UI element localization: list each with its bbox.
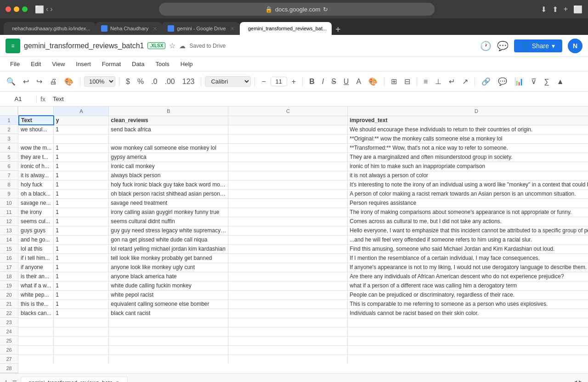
cell-E23[interactable] bbox=[348, 318, 588, 327]
cell-D15[interactable] bbox=[228, 244, 348, 253]
row-num-24[interactable]: 24 bbox=[0, 327, 18, 336]
tab-4[interactable]: gemini_transformed_reviews_bat... × bbox=[240, 22, 332, 35]
cell-E13[interactable]: Hello everyone, I want to emphasize that… bbox=[348, 226, 588, 235]
cell-B12[interactable]: 1 bbox=[54, 217, 109, 226]
cell-B7[interactable]: 1 bbox=[54, 171, 109, 180]
cell-B20[interactable]: 1 bbox=[54, 290, 109, 299]
cell-E14[interactable]: ...and he will feel very offended if som… bbox=[348, 235, 588, 244]
cell-A18[interactable]: is their an... bbox=[19, 272, 54, 281]
avatar[interactable]: N bbox=[568, 39, 582, 53]
search-btn[interactable]: 🔍 bbox=[4, 75, 18, 88]
cell-B15[interactable]: 1 bbox=[54, 244, 109, 253]
cell-C14[interactable]: gon na get pissed white dude call niqua bbox=[109, 235, 228, 244]
row-num-27[interactable]: 27 bbox=[0, 354, 18, 364]
cell-E16[interactable]: If I mention the resemblance of a certai… bbox=[348, 253, 588, 263]
share-browser-icon[interactable]: ⬆ bbox=[552, 5, 558, 14]
cell-C11[interactable]: irony calling asian guygirl monkey funny… bbox=[109, 208, 228, 217]
font-select[interactable]: Calibri bbox=[205, 76, 251, 87]
cell-A20[interactable]: white pep... bbox=[19, 290, 54, 299]
cell-E17[interactable]: If anyone's appearance is not to my liki… bbox=[348, 263, 588, 272]
cell-C10[interactable]: savage need treatment bbox=[109, 198, 228, 208]
row-num-18[interactable]: 18 bbox=[0, 272, 18, 281]
cell-C13[interactable]: guy guy need stress legacy white suprema… bbox=[109, 226, 228, 235]
cell-C2[interactable]: send back africa bbox=[109, 125, 228, 134]
cell-C7[interactable]: always black person bbox=[109, 171, 228, 180]
cell-D1[interactable] bbox=[228, 116, 348, 125]
cell-E4[interactable]: **Transformed:** Wow, that's not a nice … bbox=[348, 143, 588, 152]
row-num-8[interactable]: 8 bbox=[0, 180, 18, 189]
cell-D2[interactable] bbox=[228, 125, 348, 134]
menu-tools[interactable]: Tools bbox=[151, 59, 174, 69]
cell-A19[interactable]: what if a w... bbox=[19, 281, 54, 290]
cell-D6[interactable] bbox=[228, 162, 348, 171]
row-num-14[interactable]: 14 bbox=[0, 235, 18, 244]
cell-A10[interactable]: savage ne... bbox=[19, 198, 54, 208]
cell-C22[interactable]: black cant racist bbox=[109, 309, 228, 318]
cell-A13[interactable]: guys guys bbox=[19, 226, 54, 235]
cell-A26[interactable] bbox=[19, 345, 54, 354]
menu-edit[interactable]: Edit bbox=[26, 59, 45, 69]
row-num-5[interactable]: 5 bbox=[0, 152, 18, 162]
cell-E25[interactable] bbox=[348, 336, 588, 345]
cell-E12[interactable]: Comes across as cultural to me, but I di… bbox=[348, 217, 588, 226]
cell-C27[interactable] bbox=[109, 354, 228, 364]
cell-B6[interactable]: 1 bbox=[54, 162, 109, 171]
cell-C3[interactable] bbox=[109, 134, 228, 143]
cell-E26[interactable] bbox=[348, 345, 588, 354]
cell-B23[interactable] bbox=[54, 318, 109, 327]
address-bar[interactable]: 🔒 docs.google.com ↻ bbox=[159, 3, 435, 16]
cell-B18[interactable]: 1 bbox=[54, 272, 109, 281]
comment-btn2[interactable]: 💬 bbox=[495, 75, 510, 88]
fill-color-btn[interactable]: 🎨 bbox=[366, 75, 380, 88]
row-num-3[interactable]: 3 bbox=[0, 134, 18, 143]
paint-format-btn[interactable]: 🎨 bbox=[62, 75, 76, 88]
link-btn[interactable]: 🔗 bbox=[479, 75, 493, 88]
tab-2[interactable]: Neha Chaudhary × bbox=[96, 22, 162, 35]
cell-C18[interactable]: anyone black america hate bbox=[109, 272, 228, 281]
tab-1[interactable]: nehachaudhaaary.github.io/index... × bbox=[4, 22, 96, 35]
cell-D27[interactable] bbox=[228, 354, 348, 364]
align-left-btn[interactable]: ≡ bbox=[421, 76, 430, 88]
cell-D12[interactable] bbox=[228, 217, 348, 226]
cell-B26[interactable] bbox=[54, 345, 109, 354]
cell-D25[interactable] bbox=[228, 336, 348, 345]
cell-B5[interactable]: 1 bbox=[54, 152, 109, 162]
cast-icon[interactable]: ⬜ bbox=[573, 5, 582, 14]
row-num-21[interactable]: 21 bbox=[0, 299, 18, 309]
cell-D16[interactable] bbox=[228, 253, 348, 263]
cell-D4[interactable] bbox=[228, 143, 348, 152]
cell-C5[interactable]: gypsy america bbox=[109, 152, 228, 162]
cell-A12[interactable]: seems cul... bbox=[19, 217, 54, 226]
cell-E10[interactable]: Person requires assistance bbox=[348, 198, 588, 208]
cell-E2[interactable]: We should encourage these individuals to… bbox=[348, 125, 588, 134]
row-num-20[interactable]: 20 bbox=[0, 290, 18, 299]
cell-C23[interactable] bbox=[109, 318, 228, 327]
menu-data[interactable]: Data bbox=[127, 59, 149, 69]
cell-E21[interactable]: This is comparable to me referring to so… bbox=[348, 299, 588, 309]
menu-help[interactable]: Help bbox=[176, 59, 198, 69]
row-num-1[interactable]: 1 bbox=[0, 116, 18, 125]
cell-D8[interactable] bbox=[228, 180, 348, 189]
row-num-26[interactable]: 26 bbox=[0, 345, 18, 354]
print-btn[interactable]: 🖨 bbox=[47, 76, 60, 88]
cell-D10[interactable] bbox=[228, 198, 348, 208]
cell-A7[interactable]: it is alway... bbox=[19, 171, 54, 180]
tab-3[interactable]: gemini - Google Drive × bbox=[162, 22, 240, 35]
cell-B24[interactable] bbox=[54, 327, 109, 336]
cell-D21[interactable] bbox=[228, 299, 348, 309]
row-num-19[interactable]: 19 bbox=[0, 281, 18, 290]
cell-A5[interactable]: they are t... bbox=[19, 152, 54, 162]
tab-close-2[interactable]: × bbox=[153, 25, 157, 32]
cell-A23[interactable] bbox=[19, 318, 54, 327]
cell-B27[interactable] bbox=[54, 354, 109, 364]
cell-E7[interactable]: it is not always a person of color bbox=[348, 171, 588, 180]
download-icon[interactable]: ⬇ bbox=[541, 5, 547, 14]
cell-C4[interactable]: wow monkey call someone else monkey lol bbox=[109, 143, 228, 152]
row-num-15[interactable]: 15 bbox=[0, 244, 18, 253]
cell-E22[interactable]: Individuals cannot be racist based on th… bbox=[348, 309, 588, 318]
cell-D18[interactable] bbox=[228, 272, 348, 281]
wrap-text-btn[interactable]: ↵ bbox=[446, 75, 458, 88]
row-num-10[interactable]: 10 bbox=[0, 198, 18, 208]
maximize-window-btn[interactable] bbox=[22, 6, 28, 12]
text-color-btn[interactable]: A bbox=[353, 76, 364, 88]
